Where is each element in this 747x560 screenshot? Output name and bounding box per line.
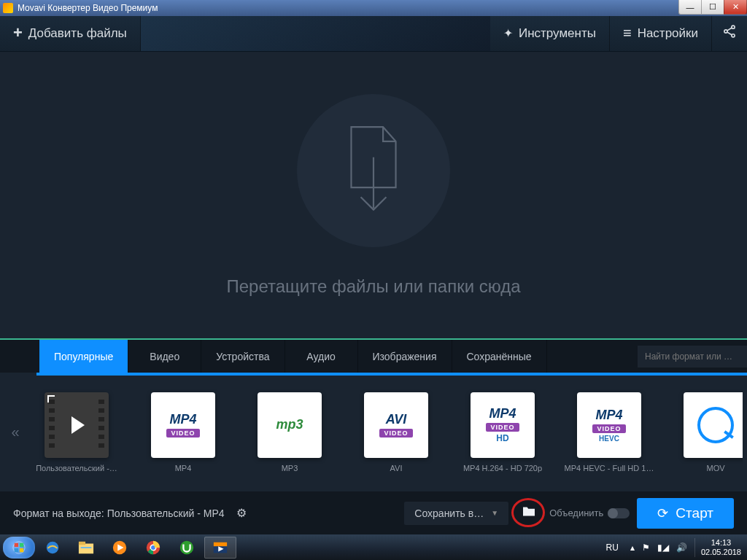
chevron-down-icon: ▼ (491, 509, 498, 517)
preset-label: MP3 (241, 464, 338, 472)
search-input[interactable] (638, 346, 747, 368)
task-ie[interactable] (36, 537, 69, 559)
minimize-button[interactable]: — (678, 0, 702, 15)
browse-folder-button[interactable] (516, 502, 542, 525)
svg-line-4 (727, 32, 732, 35)
taskbar-clock[interactable]: 14:13 02.05.2018 (694, 538, 741, 557)
start-menu-button[interactable] (3, 537, 35, 559)
tab-popular[interactable]: Популярные (39, 340, 128, 373)
language-indicator[interactable]: RU (606, 542, 619, 553)
file-download-icon (341, 125, 406, 216)
scroll-left-button[interactable]: « (4, 424, 26, 440)
preset-label: Пользовательский -… (28, 464, 125, 472)
wand-icon (503, 26, 513, 41)
tab-saved[interactable]: Сохранённые (452, 340, 547, 373)
tools-button[interactable]: Инструменты (490, 16, 610, 51)
preset-custom[interactable]: Пользовательский -… (26, 389, 127, 475)
preset-label: MP4 (134, 464, 232, 472)
task-wmp[interactable] (104, 537, 136, 559)
svg-line-3 (727, 28, 732, 31)
merge-toggle[interactable] (608, 508, 630, 518)
drop-circle (297, 94, 450, 247)
plus-icon (13, 25, 23, 42)
refresh-icon: ⟳ (657, 505, 668, 521)
svg-rect-13 (79, 541, 85, 545)
tab-devices[interactable]: Устройства (201, 340, 285, 373)
svg-rect-22 (214, 542, 227, 546)
maximize-button[interactable]: ☐ (701, 0, 724, 15)
preset-mp4-h264[interactable]: MP4VIDEOHD MP4 H.264 - HD 720p (452, 389, 553, 475)
svg-rect-9 (15, 548, 18, 552)
tray-network-icon[interactable]: ▮◢ (657, 542, 669, 553)
drop-hint: Перетащите файлы или папки сюда (226, 276, 520, 297)
tray-flag-icon[interactable]: ⚑ (642, 542, 650, 553)
add-files-label: Добавить файлы (28, 26, 127, 41)
tray-volume-icon[interactable]: 🔊 (676, 542, 687, 553)
add-files-button[interactable]: Добавить файлы (0, 16, 141, 51)
preset-label: MOV (667, 464, 743, 472)
tray-expand-icon[interactable]: ▴ (630, 542, 635, 553)
task-chrome[interactable] (137, 537, 169, 559)
clock-time: 14:13 (711, 538, 732, 548)
tools-label: Инструменты (519, 26, 596, 41)
preset-mov[interactable]: MOV (665, 389, 743, 475)
preset-avi[interactable]: AVIVIDEO AVI (346, 389, 446, 475)
menu-icon (623, 25, 632, 42)
close-button[interactable]: ✕ (724, 0, 747, 15)
svg-rect-14 (81, 547, 92, 548)
task-explorer[interactable] (70, 537, 102, 559)
share-icon (722, 24, 737, 42)
merge-control: Объединить (549, 508, 630, 518)
toolbar-spacer (141, 16, 490, 51)
app-icon (3, 3, 13, 13)
task-utorrent[interactable] (171, 537, 203, 559)
format-settings-button[interactable]: ⚙ (232, 504, 251, 523)
settings-button[interactable]: Настройки (610, 16, 712, 51)
merge-label: Объединить (549, 508, 603, 518)
svg-rect-8 (20, 542, 23, 546)
settings-label: Настройки (638, 26, 698, 41)
task-movavi[interactable] (204, 537, 236, 559)
bottom-bar: Формат на выходе: Пользовательский - MP4… (0, 491, 747, 534)
save-to-button[interactable]: Сохранить в… ▼ (404, 502, 508, 525)
preset-label: MP4 HEVC - Full HD 1… (560, 464, 658, 472)
svg-rect-12 (79, 543, 93, 553)
svg-rect-7 (15, 542, 18, 546)
system-tray: RU ▴ ⚑ ▮◢ 🔊 14:13 02.05.2018 (606, 538, 744, 557)
share-button[interactable] (712, 16, 747, 51)
drop-area[interactable]: Перетащите файлы или папки сюда (0, 52, 747, 340)
save-to-label: Сохранить в… (414, 508, 484, 519)
tab-audio[interactable]: Аудио (285, 340, 358, 373)
taskbar: RU ▴ ⚑ ▮◢ 🔊 14:13 02.05.2018 (0, 534, 747, 560)
presets-row: « Пользовательский -… MP4VIDEO MP4 mp3 M… (0, 373, 747, 491)
folder-icon (522, 505, 536, 521)
clock-date: 02.05.2018 (701, 548, 741, 557)
preset-mp3[interactable]: mp3 MP3 (239, 389, 340, 475)
preset-label: AVI (347, 464, 445, 472)
title-bar: Movavi Конвертер Видео Премиум — ☐ ✕ (0, 0, 747, 16)
format-tabs: Популярные Видео Устройства Аудио Изобра… (0, 340, 747, 373)
preset-label: MP4 H.264 - HD 720p (454, 464, 551, 472)
start-button[interactable]: ⟳ Старт (637, 498, 734, 529)
start-label: Старт (676, 505, 713, 521)
preset-mp4-hevc[interactable]: MP4VIDEOHEVC MP4 HEVC - Full HD 1… (559, 389, 659, 475)
output-format-text: Формат на выходе: Пользовательский - MP4 (13, 508, 225, 519)
window-title: Movavi Конвертер Видео Премиум (18, 3, 158, 13)
svg-rect-10 (20, 548, 23, 552)
tab-images[interactable]: Изображения (358, 340, 452, 373)
app-toolbar: Добавить файлы Инструменты Настройки (0, 16, 747, 52)
gear-icon: ⚙ (236, 506, 247, 520)
preset-mp4[interactable]: MP4VIDEO MP4 (133, 389, 233, 475)
tab-video[interactable]: Видео (128, 340, 201, 373)
format-search (638, 340, 747, 373)
